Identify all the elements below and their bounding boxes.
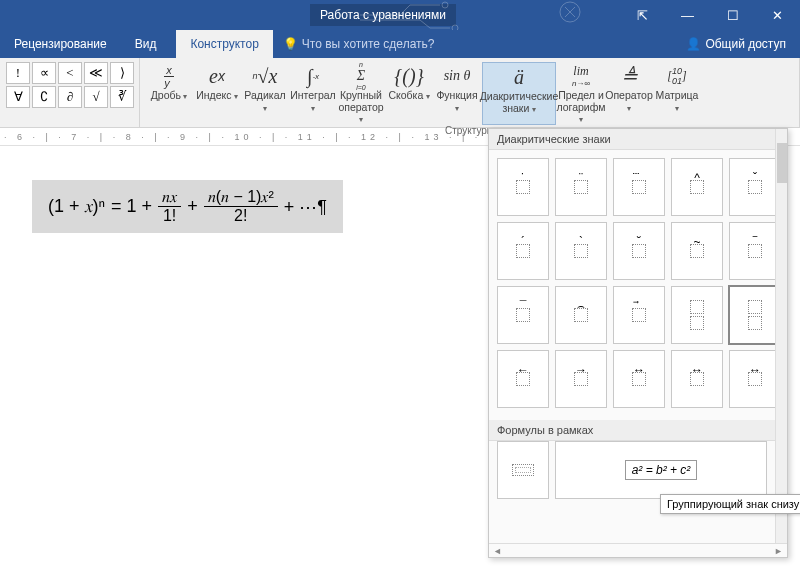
eq-fraction-2: 𝑛(𝑛 − 1)𝑥² 2! <box>204 188 278 225</box>
ribbon-group-symbols: !∝<≪⟩∀∁∂√∛ <box>0 58 140 127</box>
accent-cell[interactable]: ⃗ <box>613 286 665 344</box>
symbol-cell[interactable]: ∝ <box>32 62 56 84</box>
svg-point-2 <box>560 2 580 22</box>
symbol-cell[interactable]: ! <box>6 62 30 84</box>
close-button[interactable]: ✕ <box>755 0 800 30</box>
accent-cell[interactable]: ¯ <box>497 286 549 344</box>
symbol-cell[interactable]: ∁ <box>32 86 56 108</box>
tab-design[interactable]: Конструктор <box>176 30 272 58</box>
gallery-header-boxed: Формулы в рамках <box>489 420 775 441</box>
accent-cell[interactable]: → <box>555 350 607 408</box>
eq-tail: + ⋯¶ <box>284 196 327 218</box>
accent-cell[interactable]: ` <box>555 222 607 280</box>
contextual-tab-title: Работа с уравнениями <box>310 4 456 26</box>
accent-cell[interactable]: ← <box>497 350 549 408</box>
symbol-cell[interactable]: ≪ <box>84 62 108 84</box>
equation-object[interactable]: (1 + 𝑥)ⁿ = 1 + 𝑛𝑥 1! + 𝑛(𝑛 − 1)𝑥² 2! + ⋯… <box>32 180 343 233</box>
accent-grid: ˙¨⃛^ˇ´`˘~‾¯⌢⃗←→↔↔↔ <box>489 150 775 416</box>
integral-button[interactable]: ∫-xИнтеграл <box>290 62 336 125</box>
eq-plus: + <box>187 196 198 217</box>
bracket-label: Скобка <box>388 90 429 102</box>
accent-cell[interactable] <box>671 286 723 344</box>
gallery-vscroll[interactable] <box>775 129 787 543</box>
tab-view[interactable]: Вид <box>121 30 171 58</box>
tell-me-icon: 💡 <box>283 37 298 51</box>
eq-fraction-1: 𝑛𝑥 1! <box>158 188 181 225</box>
accent-cell[interactable]: ↔ <box>613 350 665 408</box>
gallery-header-accents: Диакритические знаки <box>489 129 787 150</box>
symbol-cell[interactable]: ∀ <box>6 86 30 108</box>
ribbon-tabs: Рецензирование Вид Конструктор 💡 Что вы … <box>0 30 800 58</box>
boxed-formula-large[interactable]: a² = b² + c² <box>555 441 767 499</box>
gallery-hscroll[interactable]: ◄► <box>489 543 787 557</box>
share-label: Общий доступ <box>705 37 786 51</box>
ribbon-options-icon[interactable]: ⇱ <box>620 0 665 30</box>
script-label: Индекс <box>196 90 238 102</box>
eq-f2-num: 𝑛(𝑛 − 1)𝑥² <box>204 188 278 207</box>
eq-lhs: (1 + 𝑥)ⁿ <box>48 196 105 217</box>
share-button[interactable]: 👤 Общий доступ <box>672 30 800 58</box>
accent-cell[interactable]: ^ <box>671 158 723 216</box>
symbol-cell[interactable]: √ <box>84 86 108 108</box>
tell-me-search[interactable]: 💡 Что вы хотите сделать? <box>273 30 435 58</box>
matrix-button[interactable]: [1001]Матрица <box>654 62 700 125</box>
symbol-cell[interactable]: ⟩ <box>110 62 134 84</box>
accent-cell[interactable]: ˘ <box>613 222 665 280</box>
eq-f1-den: 1! <box>159 207 180 225</box>
minimize-button[interactable]: — <box>665 0 710 30</box>
accent-label: Диакритические знаки <box>480 91 559 114</box>
accent-cell[interactable]: ⃛ <box>613 158 665 216</box>
tab-review[interactable]: Рецензирование <box>0 30 121 58</box>
fraction-button[interactable]: xyДробь <box>146 62 192 125</box>
radical-button[interactable]: n√xРадикал <box>242 62 288 125</box>
ribbon: !∝<≪⟩∀∁∂√∛ xyДробь exИндекс n√xРадикал ∫… <box>0 58 800 128</box>
operator-button[interactable]: ≜Оператор <box>606 62 652 125</box>
accent-cell[interactable]: ‾ <box>729 222 775 280</box>
title-bar: Работа с уравнениями ⇱ — ☐ ✕ <box>0 0 800 30</box>
tell-me-placeholder: Что вы хотите сделать? <box>302 37 435 51</box>
largeop-label: Крупный оператор <box>338 90 384 125</box>
symbol-cell[interactable]: < <box>58 62 82 84</box>
radical-label: Радикал <box>242 90 288 114</box>
accent-cell[interactable]: ¨ <box>555 158 607 216</box>
accent-cell[interactable]: ⌢ <box>555 286 607 344</box>
function-button[interactable]: sin θФункция <box>434 62 480 125</box>
bracket-button[interactable]: {()}Скобка <box>386 62 432 125</box>
operator-label: Оператор <box>605 90 653 114</box>
limit-button[interactable]: limn→∞Предел и логарифм <box>558 62 604 125</box>
symbol-cell[interactable]: ∛ <box>110 86 134 108</box>
accent-cell[interactable]: ~ <box>671 222 723 280</box>
eq-f1-num: 𝑛𝑥 <box>158 188 181 207</box>
boxed-formula-content: a² = b² + c² <box>625 460 698 480</box>
accent-cell[interactable]: ↔ <box>729 350 775 408</box>
eq-equals: = 1 + <box>111 196 152 217</box>
ribbon-group-structures: xyДробь exИндекс n√xРадикал ∫-xИнтеграл … <box>140 58 800 127</box>
accent-cell[interactable]: ´ <box>497 222 549 280</box>
matrix-label: Матрица <box>654 90 700 114</box>
accent-cell[interactable]: ˇ <box>729 158 775 216</box>
eq-f2-den: 2! <box>230 207 251 225</box>
function-label: Функция <box>434 90 480 114</box>
share-icon: 👤 <box>686 37 701 51</box>
limit-label: Предел и логарифм <box>556 90 605 125</box>
symbol-cell[interactable]: ∂ <box>58 86 82 108</box>
maximize-button[interactable]: ☐ <box>710 0 755 30</box>
boxed-formula-small[interactable] <box>497 441 549 499</box>
script-button[interactable]: exИндекс <box>194 62 240 125</box>
accent-cell[interactable] <box>729 286 775 344</box>
fraction-label: Дробь <box>151 90 188 102</box>
gallery-tooltip: Группирующий знак снизу <box>660 494 800 514</box>
integral-label: Интеграл <box>290 90 336 114</box>
accent-button[interactable]: äДиакритические знаки <box>482 62 556 125</box>
accent-cell[interactable]: ↔ <box>671 350 723 408</box>
accent-cell[interactable]: ˙ <box>497 158 549 216</box>
large-operator-button[interactable]: nΣi=0Крупный оператор <box>338 62 384 125</box>
